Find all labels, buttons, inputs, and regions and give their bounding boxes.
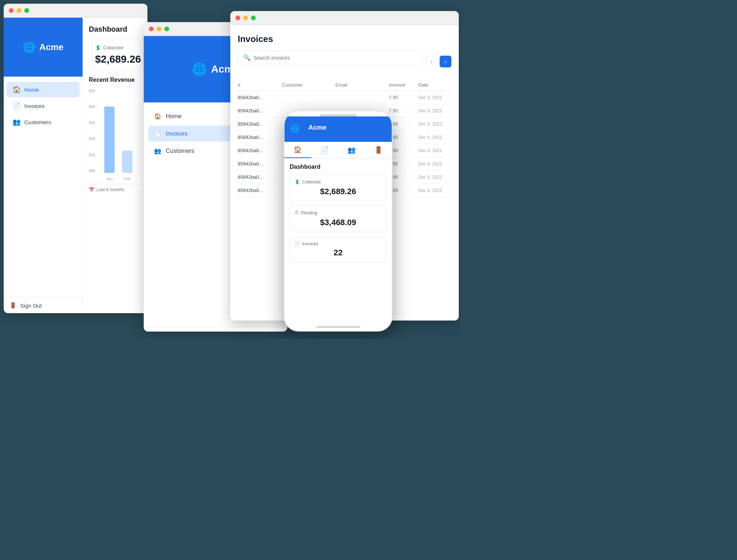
bar-feb-rect [122,151,132,173]
invoices-icon: 📄 [13,102,21,110]
sign-out-label-back: Sign Out [20,302,42,309]
row-amount: 7.95 [389,174,418,180]
row-id: 85842ba0... [238,161,282,167]
row-amount: 7.95 [389,108,418,113]
row-amount: 7.95 [389,134,418,140]
phone-stat-pending: ⏱ Pending $3,468.09 [290,206,387,232]
phone-nav-invoices[interactable]: 📄 [311,142,338,158]
sidebar-label-home: Home [24,87,39,93]
main-dashboard-back: Dashboard 💲 Collected $2,689.26 Recent R… [83,18,147,313]
customers-icon-mid: 👥 [154,147,161,154]
col-header-date: Date [418,82,451,88]
chart-footer: 📅 Last 6 months [89,187,142,192]
search-bar[interactable]: 🔍 [238,51,422,64]
sidebar-footer-back: 🚪 Sign Out [4,297,83,313]
sidebar-mid-label-customers: Customers [166,148,194,154]
phone-body: Dashboard 💲 Collected $2,689.26 ⏱ Pendin… [284,158,392,267]
invoices-icon-mid: 📄 [154,130,161,137]
row-id: 85842ba0... [238,188,282,193]
phone-invoices-count: 22 [294,248,382,258]
stat-card-collected-back: 💲 Collected $2,689.26 [89,39,142,71]
search-input[interactable] [254,55,416,61]
phone-nav-customers[interactable]: 👥 [338,142,365,158]
phone-device: 🌐 Acme 🏠 📄 👥 🚪 Dashboard 💲 Collected $2,… [284,111,392,332]
nav-prev-btn[interactable]: ‹ [426,56,437,67]
bar-jan [104,106,115,173]
phone-nav-signout[interactable]: 🚪 [365,142,392,158]
row-date: Dec 6, 2022 [418,188,451,193]
sidebar-label-invoices: Invoices [24,103,45,109]
sidebar-item-customers[interactable]: 👥 Customers [7,114,80,130]
chart-period-label: Last 6 months [97,187,124,192]
minimize-dot-inv[interactable] [243,15,248,20]
phone-nav: 🏠 📄 👥 🚪 [284,142,392,158]
phone-invoices-card: 📄 Invoices 22 [290,237,387,262]
sidebar-item-invoices[interactable]: 📄 Invoices [7,98,80,113]
minimize-dot[interactable] [17,8,21,13]
globe-icon: 🌐 [23,41,36,53]
row-date: Dec 6, 2022 [418,175,451,180]
sidebar-mid-label-home: Home [166,113,182,120]
phone-collected-label: 💲 Collected [294,179,382,185]
sidebar-label-customers: Customers [24,119,51,125]
row-amount: 7.95 [389,148,418,153]
nav-next-btn[interactable]: › [440,56,451,67]
sidebar-back: 🌐 Acme 🏠 Home 📄 Invoices 👥 Customers [4,18,83,313]
col-header-amount: Amount [389,82,418,88]
expand-dot-mid[interactable] [164,27,169,31]
sidebar-mid-footer: 🚪 Sign Out [144,327,287,332]
row-date: Dec 6, 2022 [418,135,451,140]
dollar-icon: 💲 [95,45,101,50]
phone-nav-home[interactable]: 🏠 [284,142,311,158]
row-date: Dec 6, 2022 [418,148,451,153]
close-dot-mid[interactable] [149,27,154,31]
phone-section-title: Dashboard [290,164,387,170]
title-bar-back [4,4,147,18]
globe-icon-mid: 🌐 [192,62,207,76]
phone-pending-value: $3,468.09 [294,218,382,227]
dashboard-title-back: Dashboard [89,25,142,34]
sidebar-mid-label-invoices: Invoices [166,130,188,137]
row-amount: 7.95 [389,121,418,127]
expand-dot[interactable] [24,8,29,13]
phone-invoices-label: 📄 Invoices [294,241,382,246]
minimize-dot-mid[interactable] [157,27,161,31]
phone-home-indicator [316,326,360,328]
stat-label-back: 💲 Collected [95,45,135,50]
invoices-page-title: Invoices [238,34,451,44]
close-dot-inv[interactable] [235,15,240,20]
search-icon: 🔍 [243,54,251,61]
row-amount: 7.95 [389,188,418,193]
chart-x-labels: Jan Feb [101,176,142,181]
recent-revenue-title: Recent Revenue [89,77,142,83]
chart-bars [101,88,142,173]
customers-icon: 👥 [13,118,21,126]
home-icon: 🏠 [13,85,21,94]
sidebar-logo-back: 🌐 Acme [4,18,83,77]
col-header-id: # [238,82,282,88]
sign-out-button-back[interactable]: 🚪 Sign Out [10,302,77,309]
sidebar-item-home[interactable]: 🏠 Home [7,82,80,97]
calendar-icon: 📅 [89,187,94,192]
close-dot[interactable] [9,8,14,13]
phone-header: 🌐 Acme [284,116,392,142]
row-amount: 7.95 [389,95,418,100]
row-id: 85842ba0... [238,95,282,100]
sign-out-icon: 🚪 [10,302,17,309]
phone-globe-icon: 🌐 [290,124,300,133]
phone-invoice-icon: 📄 [294,241,300,246]
phone-collected-value: $2,689.26 [294,187,382,196]
phone-clock-icon: ⏱ [294,210,299,216]
sidebar-nav-back: 🏠 Home 📄 Invoices 👥 Customers [4,77,83,297]
phone-logo-text: Acme [303,120,332,137]
col-header-email: Email [335,82,389,88]
revenue-chart: $5k $4k $3k $2k $1k $0k Jan [89,88,142,184]
table-row[interactable]: 85842ba0... 7.95 Dec 6, 2022 [238,91,451,104]
stat-value-back: $2,689.26 [95,53,135,65]
logo-text-back: Acme [39,42,63,52]
title-bar-invoices [230,11,459,25]
expand-dot-inv[interactable] [251,15,256,20]
bar-feb [122,151,132,173]
row-date: Dec 6, 2022 [418,108,451,113]
row-date: Dec 6, 2022 [418,95,451,100]
